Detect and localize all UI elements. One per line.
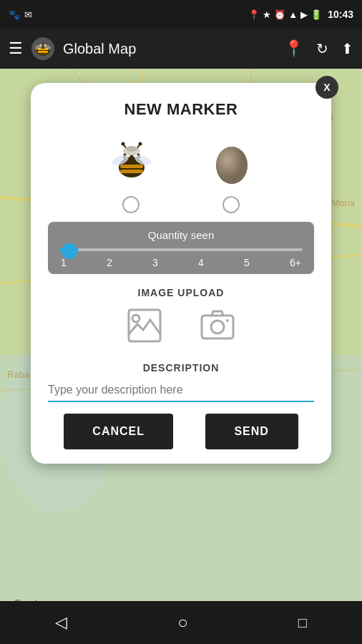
status-right-icons: 📍 ★ ⏰ ▲ ▶ 🔋 10:43 [248, 9, 353, 20]
upload-icons-row [48, 307, 314, 352]
tick-3: 3 [152, 257, 158, 268]
tick-4: 4 [198, 257, 204, 268]
location-status-icon: 📍 [248, 9, 260, 20]
tick-6plus: 6+ [290, 257, 301, 268]
species-bee-item[interactable] [102, 133, 160, 213]
species-stone-item[interactable] [202, 133, 260, 213]
close-button[interactable]: X [315, 76, 338, 99]
bee-radio-button[interactable] [122, 196, 140, 213]
slider-ticks: 1 2 3 4 5 6+ [59, 257, 303, 268]
modal-title: NEW MARKER [48, 100, 314, 119]
svg-point-27 [121, 142, 124, 145]
cancel-button[interactable]: CANCEL [64, 414, 173, 449]
notification-icon: 🐾 [9, 9, 20, 20]
description-input[interactable] [48, 379, 314, 402]
wifi-status-icon: ▲ [288, 9, 298, 20]
quantity-slider-container[interactable] [59, 248, 303, 251]
menu-icon[interactable]: ☰ [9, 39, 23, 58]
image-upload-label: IMAGE UPLOAD [48, 287, 314, 298]
back-arrow-icon[interactable]: ◁ [55, 613, 67, 632]
stone-icon [205, 135, 258, 189]
refresh-icon[interactable]: ↻ [316, 40, 328, 57]
app-bar: ☰ Global Map 📍 ↻ ⬆ [0, 29, 362, 69]
home-circle-icon[interactable]: ○ [177, 613, 188, 633]
tick-5: 5 [244, 257, 250, 268]
slider-track [59, 248, 303, 251]
gallery-upload-button[interactable] [126, 307, 163, 352]
stone-radio-button[interactable] [222, 196, 240, 213]
bee-icon [104, 135, 158, 189]
app-bar-actions: 📍 ↻ ⬆ [284, 39, 353, 58]
status-left-icons: 🐾 ✉ [9, 9, 32, 20]
slider-thumb[interactable] [62, 243, 77, 259]
svg-point-34 [132, 315, 140, 322]
svg-point-36 [211, 321, 224, 333]
star-status-icon: ★ [263, 9, 271, 20]
new-marker-modal: X NEW MARKER [31, 83, 331, 464]
stone-image [202, 133, 260, 190]
svg-point-32 [216, 147, 248, 184]
svg-rect-3 [38, 51, 48, 53]
tick-1: 1 [61, 257, 67, 268]
svg-rect-18 [120, 165, 143, 168]
camera-upload-button[interactable] [199, 307, 236, 352]
recent-square-icon[interactable]: □ [298, 615, 307, 631]
battery-status-icon: 🔋 [310, 9, 322, 20]
app-title: Global Map [63, 41, 284, 57]
svg-rect-19 [120, 170, 143, 173]
bee-image [102, 133, 160, 190]
description-section: DESCRIPTION [48, 362, 314, 402]
time-display: 10:43 [328, 9, 353, 20]
message-icon: ✉ [24, 9, 32, 20]
species-selection-row [48, 133, 314, 213]
camera-icon [199, 307, 236, 344]
svg-point-30 [126, 146, 137, 152]
svg-rect-35 [202, 316, 233, 338]
svg-point-28 [138, 142, 142, 145]
action-buttons-row: CANCEL SEND [48, 414, 314, 449]
image-upload-section: IMAGE UPLOAD [48, 287, 314, 352]
signal-status-icon: ▶ [300, 9, 308, 20]
modal-overlay: X NEW MARKER [0, 69, 362, 615]
tick-2: 2 [107, 257, 112, 268]
svg-point-8 [44, 44, 47, 47]
svg-point-37 [226, 319, 229, 322]
upload-icon[interactable]: ⬆ [341, 40, 353, 57]
status-bar: 🐾 ✉ 📍 ★ ⏰ ▲ ▶ 🔋 10:43 [0, 0, 362, 29]
svg-point-7 [39, 44, 42, 47]
quantity-section: Quantity seen 1 2 3 4 5 6+ [48, 222, 314, 274]
gallery-icon [126, 307, 163, 344]
location-pin-icon[interactable]: 📍 [284, 39, 303, 58]
quantity-label: Quantity seen [59, 229, 303, 241]
bee-logo-icon [30, 36, 56, 62]
send-button[interactable]: SEND [205, 414, 298, 449]
alarm-status-icon: ⏰ [274, 9, 285, 20]
description-label: DESCRIPTION [48, 362, 314, 374]
